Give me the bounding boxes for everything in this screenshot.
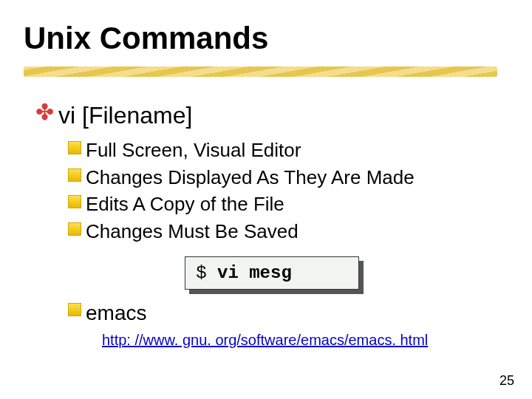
bullet-z-icon: ✤ (35, 101, 54, 123)
code-example-wrap: $ vi mesg (35, 256, 508, 290)
vi-details-list: Full Screen, Visual Editor Changes Displ… (68, 138, 508, 243)
emacs-link[interactable]: http: //www. gnu. org/software/emacs/ema… (102, 332, 428, 348)
list-item: Changes Must Be Saved (68, 219, 508, 244)
content-area: ✤ vi [Filename] Full Screen, Visual Edit… (24, 101, 508, 349)
detail-label: Changes Displayed As They Are Made (86, 166, 415, 190)
page-title: Unix Commands (24, 21, 508, 56)
list-item: Edits A Copy of the File (68, 192, 508, 216)
code-example: $ vi mesg (185, 256, 359, 290)
list-item: Full Screen, Visual Editor (68, 138, 508, 163)
detail-label: Edits A Copy of the File (86, 192, 284, 216)
shell-prompt: $ (196, 263, 206, 283)
detail-label: Changes Must Be Saved (86, 219, 299, 244)
bullet-y-icon (68, 195, 81, 208)
shell-command: vi mesg (217, 263, 292, 283)
bullet-emacs: emacs (68, 300, 508, 326)
title-underline (24, 61, 508, 83)
bullet-y-icon (68, 168, 81, 182)
emacs-link-line: http: //www. gnu. org/software/emacs/ema… (102, 332, 508, 349)
detail-label: Full Screen, Visual Editor (86, 138, 301, 163)
page-number: 25 (499, 373, 514, 389)
list-item: Changes Displayed As They Are Made (68, 166, 508, 190)
bullet-y-icon (68, 141, 81, 154)
bullet-y-icon (68, 303, 81, 316)
slide: Unix Commands ✤ vi [Filename] Full Scree… (0, 0, 532, 399)
bullet-y-icon (68, 222, 81, 236)
emacs-item: emacs (68, 300, 508, 326)
emacs-label: emacs (86, 300, 146, 326)
bullet-vi: ✤ vi [Filename] (35, 101, 508, 129)
bullet-vi-label: vi [Filename] (58, 101, 192, 129)
